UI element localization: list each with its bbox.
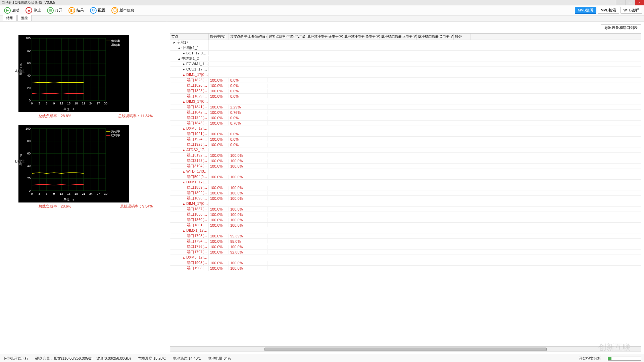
table-row[interactable]: 端口1892[07 6100.0%100.0%	[170, 190, 641, 196]
view-tabs: 结果 监控	[0, 15, 644, 21]
tab-monitor[interactable]: 监控	[17, 15, 32, 21]
table-row[interactable]: 端口1845[07 3100.0%0.76%	[170, 121, 641, 126]
stop-button[interactable]: ■停止	[23, 6, 43, 14]
tree-toggle-icon[interactable]: ▴	[182, 180, 186, 184]
table-row[interactable]: 端口1826[07 2100.0%0.0%	[170, 83, 641, 88]
table-row[interactable]: ▴DIM1_17[00 08]	[170, 72, 641, 78]
table-row[interactable]: 端口504[01 F8100.0%100.0%	[170, 174, 641, 180]
table-row[interactable]: ▸CCU1_17[00 07]	[170, 67, 641, 72]
table-row[interactable]: 端口1893[07 6100.0%100.0%	[170, 196, 641, 201]
tree-toggle-icon[interactable]: ▴	[182, 73, 186, 77]
table-row[interactable]: ▴DXM6_17[00 0A]	[170, 126, 641, 131]
col-header[interactable]: 过零点斜率-下降(mV/ns)	[267, 34, 306, 40]
node-label: WTD_17[00 0C]	[186, 169, 209, 173]
col-header[interactable]: 脉冲过冲电平-负电平(V)	[343, 34, 380, 40]
tree-toggle-icon[interactable]: ▴	[178, 46, 181, 50]
result-button[interactable]: ◧结果	[66, 6, 86, 14]
table-row[interactable]: 端口3193[0C 7100.0%100.0%	[170, 158, 641, 164]
channel-b-label: B通道	[15, 159, 25, 164]
table-row[interactable]: ▴DIM4_17[00 0E]	[170, 201, 641, 207]
col-header[interactable]: 过零点斜率-上升(mV/ns)	[229, 34, 267, 40]
table-row[interactable]: ▸BC1_17[00 01]	[170, 51, 641, 56]
tree-toggle-icon[interactable]: ▸	[182, 67, 186, 72]
table-row[interactable]: 端口1925[07 8100.0%0.0%	[170, 142, 641, 147]
table-row[interactable]: 端口1905[07 7100.0%100.0%	[170, 260, 641, 266]
table-row[interactable]: 端口1861[07 4100.0%100.0%	[170, 223, 641, 228]
node-label: 端口1924[07 8	[187, 137, 209, 141]
tree-toggle-icon[interactable]: ▸	[182, 62, 186, 66]
table-row[interactable]: 端口1841[07 3100.0%2.29%	[170, 104, 641, 110]
chart-a	[18, 35, 129, 112]
table-row[interactable]: 端口1844[07 3100.0%0.0%	[170, 115, 641, 121]
node-label: DXM6_17[00 0A]	[186, 126, 209, 130]
table-row[interactable]: ▴DIMX1_17[00 0F]	[170, 228, 641, 233]
wtb-listen-button[interactable]: WTB监听	[621, 7, 642, 14]
mvb-search-button[interactable]: MVB检索	[598, 7, 619, 14]
col-header[interactable]: 节点	[170, 34, 209, 40]
start-button[interactable]: ▶启动	[2, 6, 21, 14]
export-button[interactable]: 导出设备和端口列表	[601, 24, 641, 31]
config-button[interactable]: ⚙配置	[88, 6, 107, 14]
table-row[interactable]: 端口1828[07 2100.0%0.0%	[170, 88, 641, 94]
table-row[interactable]: ▴中继器1_2	[170, 56, 641, 61]
tree-toggle-icon[interactable]: ▴	[182, 169, 186, 174]
table-row[interactable]: 端口3192[0C 7100.0%100.0%	[170, 153, 641, 158]
open-button[interactable]: ▤打开	[45, 6, 64, 14]
table-row[interactable]: 端口1829[07 2100.0%0.0%	[170, 94, 641, 99]
tree-toggle-icon[interactable]: ▴	[182, 255, 186, 260]
horizontal-scrollbar[interactable]	[170, 346, 641, 352]
tree-toggle-icon[interactable]: ▴	[182, 99, 186, 104]
table-row[interactable]: ▴ATDS2_17[00 0B]	[170, 147, 641, 153]
grid-body[interactable]: ▸车厢17▴中继器1_1▸BC1_17[00 01]▴中继器1_2▸EGWM1_…	[170, 40, 641, 346]
window-minimize-button[interactable]: −	[616, 0, 625, 5]
tree-toggle-icon[interactable]: ▴	[182, 228, 186, 233]
table-row[interactable]: ▴DXM1_17[00 0D]	[170, 180, 641, 185]
tree-toggle-icon[interactable]: ▸	[173, 40, 176, 45]
table-row[interactable]: ▴WTD_17[00 0C]	[170, 169, 641, 174]
table-row[interactable]: 端口1796[07 0100.0%100.0%	[170, 244, 641, 250]
window-close-button[interactable]: ×	[635, 0, 644, 5]
table-row[interactable]: 端口1860[07 4100.0%100.0%	[170, 217, 641, 223]
tab-result[interactable]: 结果	[3, 15, 17, 21]
tree-toggle-icon[interactable]: ▴	[182, 148, 186, 152]
table-row[interactable]: ▸EGWM1_17[00 0	[170, 61, 641, 67]
table-row[interactable]: ▸车厢17	[170, 40, 641, 45]
table-row[interactable]: ▴DIM3_17[00 09]	[170, 99, 641, 104]
result-icon: ◧	[68, 7, 75, 14]
grid-header: 节点误码率(%)过零点斜率-上升(mV/ns)过零点斜率-下降(mV/ns)脉冲…	[170, 34, 641, 40]
tree-toggle-icon[interactable]: ▸	[182, 51, 186, 55]
node-label: 中继器1_2	[182, 56, 199, 60]
status-analyze: 开始报文分析	[579, 356, 601, 361]
version-button[interactable]: ⓘ版本信息	[109, 6, 136, 14]
table-row[interactable]: 端口1857[07 4100.0%100.0%	[170, 207, 641, 212]
table-row[interactable]: 端口1794[07 0100.0%95.0%	[170, 239, 641, 244]
col-header[interactable]: 脉冲稳态幅值-负电平(V)	[417, 34, 454, 40]
table-row[interactable]: ▴DXM3_17[00 10]	[170, 255, 641, 260]
node-label: 端口1797[07 0	[187, 250, 209, 254]
col-header[interactable]: 脉冲过冲电平-正电平(V)	[306, 34, 343, 40]
col-header[interactable]: 脉冲稳态幅值-正电平(V)	[380, 34, 417, 40]
tree-toggle-icon[interactable]: ▴	[182, 201, 186, 206]
mvb-listen-button[interactable]: MVB监听	[575, 7, 596, 14]
window-maximize-button[interactable]: □	[625, 0, 635, 5]
table-row[interactable]: 端口1797[07 0100.0%92.88%	[170, 250, 641, 255]
table-row[interactable]: 端口1889[07 6100.0%100.0%	[170, 185, 641, 190]
table-row[interactable]: 端口1858[07 4100.0%100.0%	[170, 212, 641, 217]
tree-toggle-icon[interactable]: ▴	[178, 56, 181, 61]
table-row[interactable]: 端口3194[0C 7100.0%100.0%	[170, 164, 641, 169]
table-row[interactable]: 端口1825[07 2100.0%0.0%	[170, 78, 641, 83]
tree-toggle-icon[interactable]: ▴	[182, 126, 186, 131]
table-row[interactable]: 端口1908[07 7100.0%100.0%	[170, 266, 641, 271]
statusbar: 下位机开始运行 硬盘容量：报文(110.00/256.00GB) 波形(0.00…	[0, 355, 644, 362]
col-header[interactable]: 误码率(%)	[209, 34, 229, 40]
table-row[interactable]: 端口1921[07 8100.0%0.0%	[170, 131, 641, 137]
table-row[interactable]: ▴中继器1_1	[170, 45, 641, 51]
table-row[interactable]: 端口1793[07 0100.0%95.39%	[170, 233, 641, 239]
col-header[interactable]: 时钟	[454, 34, 470, 40]
status-core-temp: 内核温度:15.20℃	[138, 356, 166, 361]
stat-b-err: 总线误码率：9.54%	[120, 204, 153, 209]
table-row[interactable]: 端口1924[07 8100.0%0.0%	[170, 137, 641, 142]
chart-b	[18, 125, 129, 202]
node-label: 中继器1_1	[182, 46, 199, 50]
table-row[interactable]: 端口1842[07 3100.0%0.76%	[170, 110, 641, 115]
